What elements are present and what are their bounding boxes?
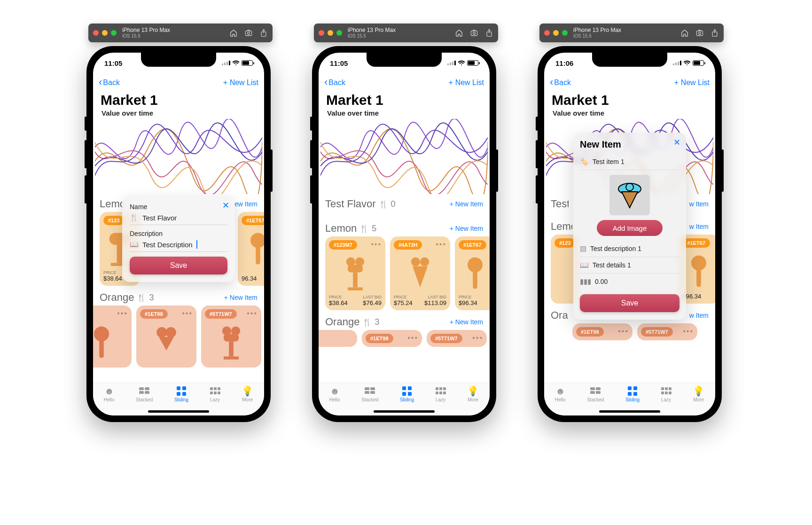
svg-rect-56 — [443, 392, 446, 394]
new-item-button[interactable]: ew Item — [232, 200, 258, 208]
item-card[interactable]: #4A73H ••• PRICE$75.24LAST BID$113.09 — [390, 236, 450, 310]
item-quantity-field[interactable]: ▮▮▮0.00 — [580, 274, 679, 290]
share-icon[interactable] — [710, 29, 719, 37]
name-field[interactable]: 🍴Test Flavor — [130, 211, 227, 225]
home-indicator[interactable] — [148, 410, 209, 413]
more-icon[interactable]: ••• — [371, 240, 382, 249]
new-item-button[interactable]: w Item — [685, 200, 709, 208]
window-minimize-icon[interactable] — [553, 30, 559, 36]
item-card[interactable]: #1ET67 96.34 — [238, 212, 264, 286]
back-button[interactable]: ‹Back — [324, 78, 345, 87]
item-details-field[interactable]: 📖Test details 1 — [580, 257, 679, 274]
svg-rect-23 — [177, 392, 180, 396]
save-button[interactable]: Save — [580, 294, 679, 312]
chart-area — [320, 119, 488, 194]
tab-sliding[interactable]: Sliding — [625, 386, 640, 402]
window-zoom-icon[interactable] — [336, 30, 342, 36]
more-icon[interactable]: ••• — [117, 309, 128, 318]
share-icon[interactable] — [485, 29, 493, 37]
tab-lazy[interactable]: Lazy — [210, 386, 220, 402]
item-card[interactable]: #1ET98 ••• — [136, 306, 196, 368]
svg-rect-19 — [139, 391, 144, 394]
tab-hello[interactable]: ☻Hello — [329, 386, 340, 402]
tab-lazy[interactable]: Lazy — [661, 386, 671, 402]
screenshot-icon[interactable] — [695, 29, 704, 37]
close-icon[interactable]: ✕ — [222, 200, 229, 211]
item-card[interactable]: #1ET98 ••• — [362, 330, 422, 347]
window-close-icon[interactable] — [544, 30, 550, 36]
item-card[interactable]: #1ET67 PRICE$96.34 — [455, 236, 490, 310]
cards-row-orange[interactable]: 34 #1ET98 ••• #5T71W7 ••• — [319, 330, 490, 352]
new-item-button[interactable]: + New Item — [450, 318, 483, 326]
more-icon[interactable]: ••• — [182, 309, 193, 318]
new-item-button[interactable]: + New Item — [450, 200, 483, 208]
svg-rect-26 — [214, 387, 217, 390]
tab-stacked[interactable]: Stacked — [361, 386, 378, 402]
sim-os-label: iOS 15.5 — [573, 33, 621, 39]
new-list-button[interactable]: + New List — [449, 78, 484, 87]
tab-more[interactable]: 💡More — [242, 386, 253, 402]
window-close-icon[interactable] — [319, 30, 324, 36]
tab-sliding[interactable]: Sliding — [174, 386, 188, 402]
close-icon[interactable]: ✕ — [673, 137, 680, 148]
home-icon[interactable] — [680, 29, 689, 37]
cards-row-lemon[interactable]: #123M7 ••• PRICE$38.64LAST BID$76.49 #4A… — [319, 236, 490, 315]
more-icon[interactable]: ••• — [472, 334, 483, 342]
back-button[interactable]: ‹Back — [99, 78, 120, 87]
window-minimize-icon[interactable] — [328, 30, 333, 36]
item-card[interactable]: 34 — [319, 330, 357, 347]
home-indicator[interactable] — [374, 410, 435, 413]
item-card[interactable]: #123M7 ••• PRICE$38.64LAST BID$76.49 — [325, 236, 385, 310]
window-minimize-icon[interactable] — [102, 30, 108, 36]
save-button[interactable]: Save — [130, 257, 227, 274]
new-item-button[interactable]: w Item — [685, 223, 709, 230]
screenshot-icon[interactable] — [470, 29, 478, 37]
item-card[interactable]: #1ET98 ••• — [572, 323, 632, 340]
item-description-field[interactable]: ▤Test description 1 — [580, 241, 679, 257]
tab-stacked[interactable]: Stacked — [136, 386, 153, 402]
svg-rect-70 — [628, 392, 632, 396]
item-card[interactable]: 34 ••• — [93, 306, 132, 368]
share-icon[interactable] — [259, 29, 268, 37]
window-zoom-icon[interactable] — [111, 30, 117, 36]
description-field[interactable]: 📖Test Description — [130, 237, 227, 252]
svg-point-1 — [248, 32, 250, 34]
window-zoom-icon[interactable] — [562, 30, 568, 36]
tab-hello[interactable]: ☻Hello — [555, 386, 566, 402]
more-icon[interactable]: ••• — [407, 334, 418, 342]
tab-lazy[interactable]: Lazy — [436, 386, 446, 402]
tab-hello[interactable]: ☻Hello — [104, 386, 115, 402]
more-icon[interactable]: ••• — [247, 309, 258, 318]
new-item-button[interactable]: w Item — [685, 312, 709, 319]
item-name-field[interactable]: 🏷️Test item 1 — [580, 154, 679, 170]
more-icon[interactable]: ••• — [683, 327, 694, 336]
window-close-icon[interactable] — [93, 30, 99, 36]
home-icon[interactable] — [455, 29, 463, 37]
item-card[interactable]: #5T71W7 ••• — [201, 306, 261, 368]
more-icon[interactable]: ••• — [618, 327, 629, 336]
cards-row-orange[interactable]: #1ET98 ••• #5T71W7 ••• — [544, 323, 715, 345]
screenshot-icon[interactable] — [244, 29, 253, 37]
new-list-button[interactable]: + New List — [223, 78, 258, 87]
tab-more[interactable]: 💡More — [467, 386, 479, 402]
item-card[interactable]: #5T71W7 ••• — [637, 323, 697, 340]
svg-rect-44 — [370, 387, 375, 390]
home-indicator[interactable] — [599, 410, 660, 413]
grid-icon — [436, 386, 446, 396]
tab-more[interactable]: 💡More — [693, 386, 704, 402]
add-image-button[interactable]: Add Image — [597, 220, 663, 236]
new-list-button[interactable]: + New List — [674, 78, 710, 87]
new-item-button[interactable]: + New Item — [224, 294, 258, 301]
tab-stacked[interactable]: Stacked — [587, 386, 604, 402]
svg-rect-47 — [402, 386, 406, 390]
fork-knife-icon: 🍴 — [379, 200, 388, 209]
item-card[interactable]: #5T71W7 ••• — [427, 330, 487, 347]
home-icon[interactable] — [229, 29, 238, 37]
back-button[interactable]: ‹Back — [550, 78, 571, 87]
book-icon: 📖 — [130, 240, 139, 249]
more-icon[interactable]: ••• — [436, 240, 446, 249]
new-item-button[interactable]: + New Item — [450, 225, 483, 232]
cards-row-orange[interactable]: 34 ••• #1ET98 ••• #5T71W7 ••• — [93, 306, 264, 372]
tab-sliding[interactable]: Sliding — [400, 386, 414, 402]
tag-icon: 🏷️ — [580, 157, 589, 166]
